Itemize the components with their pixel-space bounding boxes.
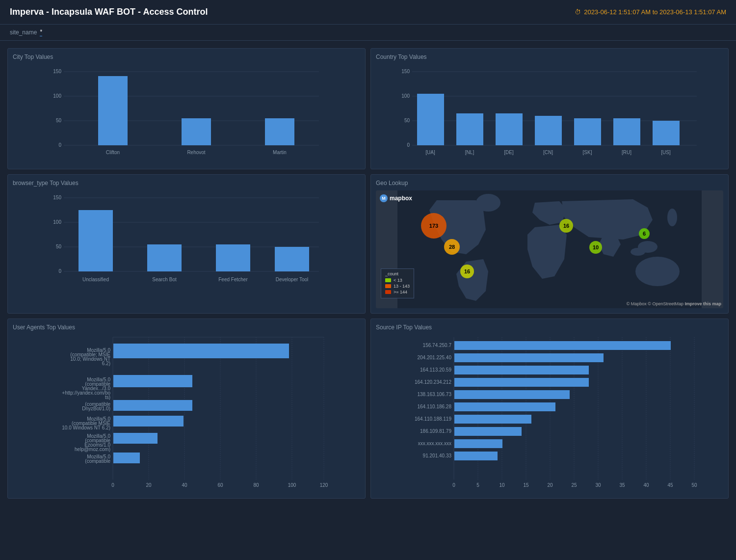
filter-bar: site_name *	[0, 25, 736, 41]
ip-bar-8	[454, 427, 522, 436]
user-agents-panel: User Agents Top Values 0 20 40 60 80 100…	[7, 319, 366, 499]
legend-color-low	[385, 278, 391, 282]
bubble-value-fe: 6	[643, 231, 646, 237]
svg-text:[UA]: [UA]	[425, 150, 435, 155]
svg-text:[US]: [US]	[661, 150, 671, 155]
svg-text:help@moz.com): help@moz.com)	[75, 447, 110, 452]
svg-text:15: 15	[523, 482, 529, 488]
svg-text:[SK]: [SK]	[583, 150, 592, 155]
browser-bar-feed-fetcher	[216, 244, 250, 271]
mapbox-logo: M mapbox	[380, 194, 412, 202]
svg-text:91.201.40.33: 91.201.40.33	[423, 453, 452, 458]
svg-text:100: 100	[53, 219, 61, 225]
svg-text:xxx.xxx.xxx.xxx: xxx.xxx.xxx.xxx	[418, 441, 451, 446]
ip-bar-2	[454, 353, 604, 362]
map-legend: _count < 13 13 - 143 >= 144	[381, 268, 414, 298]
country-bar-nl	[456, 113, 483, 145]
svg-text:150: 150	[53, 69, 61, 74]
svg-text:186.109.81.79: 186.109.81.79	[420, 428, 451, 434]
user-agents-chart-area: 0 20 40 60 80 100 120 Mozilla/5.0 (compa…	[13, 335, 360, 493]
svg-text:Feed Fetcher: Feed Fetcher	[218, 277, 248, 282]
svg-text:100: 100	[401, 93, 410, 99]
svg-text:100: 100	[288, 482, 296, 488]
legend-label-high: >= 144	[394, 290, 407, 294]
svg-text:20: 20	[146, 482, 152, 488]
source-ip-panel-title: Source IP Top Values	[376, 324, 723, 331]
bubble-far-east: 6	[639, 228, 650, 239]
legend-row-mid: 13 - 143	[385, 284, 410, 289]
legend-label-mid: 13 - 143	[394, 284, 410, 289]
svg-text:[CN]: [CN]	[543, 150, 553, 155]
city-bar-rehovot	[182, 118, 211, 145]
city-panel: City Top Values 150 100 50 0 Clifton	[7, 48, 366, 169]
country-bar-de	[496, 113, 523, 145]
svg-text:164.113.20.59: 164.113.20.59	[420, 367, 451, 373]
svg-text:10.0 Windows NT 6.2): 10.0 Windows NT 6.2)	[62, 425, 110, 430]
country-panel-title: Country Top Values	[376, 53, 723, 60]
svg-text:138.163.106.73: 138.163.106.73	[417, 392, 451, 397]
svg-text:Unclassified: Unclassified	[82, 277, 109, 282]
ip-bar-3	[454, 366, 589, 374]
svg-point-40	[476, 194, 500, 212]
ua-bar-5	[113, 433, 158, 444]
svg-text:20: 20	[547, 482, 553, 488]
header: Imperva - Incapsula WAF BOT - Access Con…	[0, 0, 736, 25]
page-title: Imperva - Incapsula WAF BOT - Access Con…	[10, 7, 208, 17]
legend-color-high	[385, 290, 391, 294]
bubble-central-america: 28	[444, 239, 460, 255]
ip-bar-10	[454, 452, 498, 460]
improve-map-link[interactable]: Improve this map	[684, 301, 721, 306]
svg-text:204.201.225.40: 204.201.225.40	[417, 355, 451, 360]
dashboard: City Top Values 150 100 50 0 Clifton	[0, 41, 736, 506]
svg-text:150: 150	[401, 69, 410, 74]
svg-text:60: 60	[217, 482, 223, 488]
svg-point-49	[667, 209, 677, 226]
svg-text:DnyzBot/1.0): DnyzBot/1.0)	[82, 406, 110, 411]
source-ip-chart-area: 0 5 10 15 20 25 30 35 40 45 50	[376, 335, 723, 493]
country-bar-cn	[535, 116, 562, 145]
legend-row-high: >= 144	[385, 290, 410, 294]
bubble-europe: 16	[559, 219, 573, 233]
ip-bar-4	[454, 378, 589, 387]
svg-text:Developer Tool: Developer Tool	[276, 277, 309, 282]
svg-text:100: 100	[53, 93, 61, 99]
country-bar-sk	[574, 118, 601, 145]
svg-text:Rehovot: Rehovot	[187, 150, 205, 155]
legend-color-mid	[385, 284, 391, 288]
svg-text:(compatible: (compatible	[85, 458, 110, 464]
user-agents-chart-svg: 0 20 40 60 80 100 120 Mozilla/5.0 (compa…	[13, 335, 360, 492]
bubble-north-america: 173	[421, 213, 447, 239]
city-chart-area: 150 100 50 0 Clifton Rehovot Martin	[13, 64, 360, 164]
ip-bar-9	[454, 439, 502, 448]
browser-panel: browser_type Top Values 150 100 50 0 Unc…	[7, 174, 366, 314]
ua-bar-6	[113, 453, 140, 463]
browser-chart-svg: 150 100 50 0 Unclassified Search Bot Fee…	[13, 190, 360, 293]
ip-bar-1	[454, 341, 671, 350]
source-ip-chart-svg: 0 5 10 15 20 25 30 35 40 45 50	[376, 335, 723, 492]
time-range: ⏱ 2023-06-12 1:51:07 AM to 2023-06-13 1:…	[575, 8, 726, 16]
user-agents-panel-title: User Agents Top Values	[13, 324, 360, 331]
country-bar-us	[653, 121, 680, 145]
geo-panel: Geo Lookup	[370, 174, 729, 314]
svg-text:6.2): 6.2)	[102, 361, 110, 366]
svg-text:120: 120	[320, 482, 328, 488]
svg-text:80: 80	[253, 482, 259, 488]
bubble-value-as: 10	[593, 244, 599, 250]
svg-text:[NL]: [NL]	[465, 150, 474, 155]
ua-bar-1	[113, 344, 289, 358]
svg-text:+http://yandex.com/bo: +http://yandex.com/bo	[62, 390, 110, 396]
svg-text:10: 10	[499, 482, 505, 488]
svg-text:164.120.234.212: 164.120.234.212	[415, 379, 452, 385]
bubble-value-eu: 16	[563, 223, 569, 229]
time-range-text: 2023-06-12 1:51:07 AM to 2023-06-13 1:51…	[584, 8, 726, 16]
ua-bar-4	[113, 416, 184, 427]
ip-bar-6	[454, 402, 555, 411]
city-panel-title: City Top Values	[13, 53, 360, 60]
browser-chart-area: 150 100 50 0 Unclassified Search Bot Fee…	[13, 190, 360, 295]
svg-text:164.110.186.28: 164.110.186.28	[417, 404, 451, 409]
legend-title: _count	[385, 271, 410, 276]
country-panel: Country Top Values 150 100 50 0 [UA] [NL…	[370, 48, 729, 169]
svg-text:50: 50	[56, 118, 62, 123]
city-chart-svg: 150 100 50 0 Clifton Rehovot Martin	[13, 64, 360, 162]
browser-bar-search-bot	[147, 244, 182, 271]
